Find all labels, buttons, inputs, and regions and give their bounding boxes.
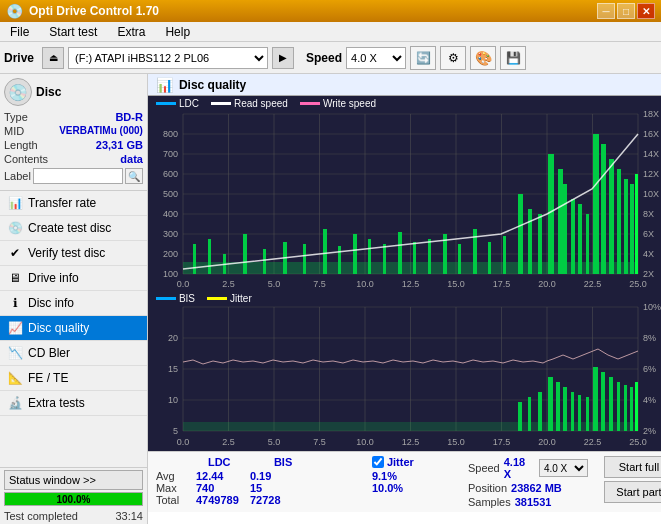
nav-fe-te-label: FE / TE bbox=[28, 371, 68, 385]
speed-select[interactable]: 4.0 X 2.0 X 8.0 X bbox=[346, 47, 406, 69]
nav-transfer-rate[interactable]: 📊 Transfer rate bbox=[0, 191, 147, 216]
label-input[interactable] bbox=[33, 168, 123, 184]
svg-text:12X: 12X bbox=[643, 169, 659, 179]
time-display: 33:14 bbox=[115, 508, 143, 522]
legend-jitter-color bbox=[207, 297, 227, 300]
color-button[interactable]: 🎨 bbox=[470, 46, 496, 70]
nav-cd-bler[interactable]: 📉 CD Bler bbox=[0, 341, 147, 366]
samples-value: 381531 bbox=[515, 496, 552, 508]
svg-rect-118 bbox=[624, 385, 627, 431]
svg-rect-30 bbox=[338, 246, 341, 274]
nav-create-test-disc[interactable]: 💿 Create test disc bbox=[0, 216, 147, 241]
svg-rect-41 bbox=[503, 236, 506, 274]
fe-te-icon: 📐 bbox=[8, 371, 22, 385]
settings-button[interactable]: ⚙ bbox=[440, 46, 466, 70]
bis-max: 15 bbox=[250, 482, 300, 494]
svg-text:12.5: 12.5 bbox=[402, 437, 420, 447]
maximize-button[interactable]: □ bbox=[617, 3, 635, 19]
svg-rect-110 bbox=[563, 387, 567, 431]
drive-label: Drive bbox=[4, 51, 34, 65]
disc-info-section: 💿 Disc Type BD-R MID VERBATIMu (000) Len… bbox=[0, 74, 147, 191]
svg-rect-23 bbox=[208, 239, 211, 274]
label-btn[interactable]: 🔍 bbox=[125, 168, 143, 184]
svg-text:15: 15 bbox=[168, 364, 178, 374]
svg-rect-36 bbox=[428, 239, 431, 274]
nav-verify-test-disc-label: Verify test disc bbox=[28, 246, 105, 260]
svg-text:200: 200 bbox=[163, 249, 178, 259]
svg-rect-107 bbox=[538, 392, 542, 431]
ldc-stats: LDC BIS Avg 12.44 0.19 Max 740 15 Total … bbox=[156, 456, 356, 508]
menu-file[interactable]: File bbox=[4, 23, 35, 41]
svg-rect-48 bbox=[571, 199, 575, 274]
menu-start-test[interactable]: Start test bbox=[43, 23, 103, 41]
drive-select[interactable]: (F:) ATAPI iHBS112 2 PL06 bbox=[68, 47, 268, 69]
nav-fe-te[interactable]: 📐 FE / TE bbox=[0, 366, 147, 391]
svg-text:22.5: 22.5 bbox=[584, 279, 602, 289]
drive-eject-icon[interactable]: ⏏ bbox=[42, 47, 64, 69]
svg-rect-50 bbox=[586, 214, 589, 274]
start-full-button[interactable]: Start full bbox=[604, 456, 661, 478]
svg-rect-52 bbox=[601, 144, 606, 274]
svg-text:25.0: 25.0 bbox=[629, 437, 647, 447]
refresh-button[interactable]: 🔄 bbox=[410, 46, 436, 70]
svg-text:0.0: 0.0 bbox=[177, 279, 190, 289]
speed-select[interactable]: 4.0 X 2.0 X 8.0 X bbox=[539, 459, 588, 477]
svg-text:800: 800 bbox=[163, 129, 178, 139]
save-button[interactable]: 💾 bbox=[500, 46, 526, 70]
nav-extra-tests[interactable]: 🔬 Extra tests bbox=[0, 391, 147, 416]
disc-icon: 💿 bbox=[4, 78, 32, 106]
svg-text:17.5: 17.5 bbox=[493, 437, 511, 447]
svg-text:500: 500 bbox=[163, 189, 178, 199]
svg-rect-49 bbox=[578, 204, 582, 274]
drive-arrow-icon[interactable]: ▶ bbox=[272, 47, 294, 69]
minimize-button[interactable]: ─ bbox=[597, 3, 615, 19]
position-label: Position bbox=[468, 482, 507, 494]
svg-text:2.5: 2.5 bbox=[222, 437, 235, 447]
svg-text:2X: 2X bbox=[643, 269, 654, 279]
speed-label: Speed bbox=[306, 51, 342, 65]
svg-text:700: 700 bbox=[163, 149, 178, 159]
svg-rect-54 bbox=[617, 169, 621, 274]
chart-title: Disc quality bbox=[179, 78, 246, 92]
svg-text:12.5: 12.5 bbox=[402, 279, 420, 289]
jitter-checkbox[interactable] bbox=[372, 456, 384, 468]
nav-create-test-disc-label: Create test disc bbox=[28, 221, 111, 235]
nav-cd-bler-label: CD Bler bbox=[28, 346, 70, 360]
app-icon: 💿 bbox=[6, 3, 23, 19]
menu-help[interactable]: Help bbox=[159, 23, 196, 41]
svg-text:20.0: 20.0 bbox=[538, 279, 556, 289]
svg-rect-112 bbox=[578, 395, 581, 431]
nav-disc-info-label: Disc info bbox=[28, 296, 74, 310]
svg-rect-26 bbox=[263, 249, 266, 274]
svg-text:8X: 8X bbox=[643, 209, 654, 219]
svg-rect-46 bbox=[558, 169, 563, 274]
svg-text:7.5: 7.5 bbox=[313, 437, 326, 447]
legend-bis-label: BIS bbox=[179, 293, 195, 304]
status-window-button[interactable]: Status window >> bbox=[4, 470, 143, 490]
ldc-avg: 12.44 bbox=[196, 470, 246, 482]
svg-text:GB: GB bbox=[623, 449, 636, 451]
close-button[interactable]: ✕ bbox=[637, 3, 655, 19]
svg-text:20.0: 20.0 bbox=[538, 437, 556, 447]
nav-verify-test-disc[interactable]: ✔ Verify test disc bbox=[0, 241, 147, 266]
svg-rect-21 bbox=[183, 262, 638, 274]
svg-rect-53 bbox=[609, 159, 614, 274]
position-value: 23862 MB bbox=[511, 482, 562, 494]
start-part-button[interactable]: Start part bbox=[604, 481, 661, 503]
top-chart-container: LDC Read speed Write speed bbox=[148, 96, 661, 291]
nav-disc-quality[interactable]: 📈 Disc quality bbox=[0, 316, 147, 341]
svg-rect-22 bbox=[193, 244, 196, 274]
svg-text:10: 10 bbox=[168, 395, 178, 405]
svg-rect-43 bbox=[528, 209, 532, 274]
app-title: Opti Drive Control 1.70 bbox=[29, 4, 597, 18]
legend-jitter-label: Jitter bbox=[230, 293, 252, 304]
nav-disc-info[interactable]: ℹ Disc info bbox=[0, 291, 147, 316]
speed-label: Speed bbox=[468, 462, 500, 474]
svg-text:7.5: 7.5 bbox=[313, 279, 326, 289]
bis-header-val: BIS bbox=[274, 456, 324, 468]
svg-rect-56 bbox=[630, 184, 634, 274]
svg-rect-55 bbox=[624, 179, 628, 274]
avg-label: Avg bbox=[156, 470, 192, 482]
nav-drive-info[interactable]: 🖥 Drive info bbox=[0, 266, 147, 291]
menu-extra[interactable]: Extra bbox=[111, 23, 151, 41]
